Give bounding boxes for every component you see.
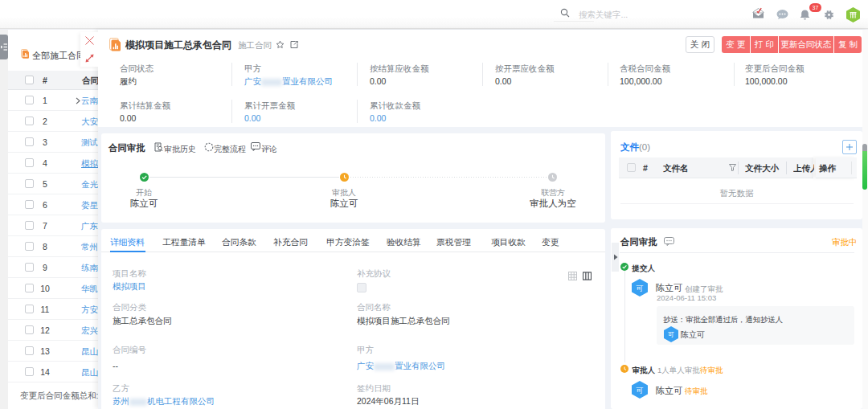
svg-text:可: 可 bbox=[668, 331, 674, 338]
svg-text:可: 可 bbox=[637, 387, 644, 395]
svg-text:可: 可 bbox=[637, 284, 644, 292]
